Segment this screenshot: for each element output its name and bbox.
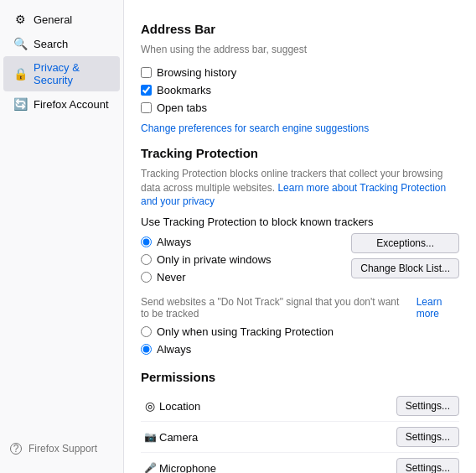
sidebar-item-account[interactable]: 🔄 Firefox Account	[3, 92, 120, 116]
support-icon: ?	[10, 443, 22, 455]
sidebar-label-general: General	[34, 13, 72, 26]
dnt-section: Send websites a "Do Not Track" signal th…	[141, 296, 459, 358]
tracking-buttons: Exceptions... Change Block List...	[351, 233, 459, 278]
sidebar-item-privacy[interactable]: 🔒 Privacy & Security	[3, 56, 120, 91]
bookmarks-label[interactable]: Bookmarks	[157, 84, 211, 96]
dnt-header: Send websites a "Do Not Track" signal th…	[141, 296, 459, 320]
search-icon: 🔍	[13, 37, 27, 50]
tracking-description: Tracking Protection blocks online tracke…	[141, 167, 459, 209]
tracking-options: Always Only in private windows Never Exc…	[141, 233, 459, 286]
location-icon: ◎	[141, 399, 159, 413]
dnt-always-row: Always	[141, 340, 459, 358]
open-tabs-row: Open tabs	[141, 99, 459, 117]
sidebar-label-privacy: Privacy & Security	[34, 61, 110, 86]
tracking-radios: Always Only in private windows Never	[141, 233, 341, 286]
dnt-always-label[interactable]: Always	[157, 343, 191, 356]
dnt-description: Send websites a "Do Not Track" signal th…	[141, 296, 408, 320]
permissions-section: Permissions ◎ Location Settings... 📷 Cam…	[141, 370, 459, 473]
open-tabs-checkbox[interactable]	[141, 102, 152, 113]
sidebar-label-account: Firefox Account	[34, 98, 109, 111]
tracking-never-label[interactable]: Never	[157, 271, 186, 283]
tracking-always-radio[interactable]	[141, 236, 152, 247]
tracking-section: Tracking Protection Tracking Protection …	[141, 146, 459, 286]
browsing-history-label[interactable]: Browsing history	[157, 66, 236, 79]
firefox-support-link[interactable]: ? Firefox Support	[0, 438, 124, 460]
tracking-use-label: Use Tracking Protection to block known t…	[141, 216, 459, 228]
dnt-tracking-label[interactable]: Only when using Tracking Protection	[157, 325, 334, 338]
location-settings-button[interactable]: Settings...	[396, 396, 459, 416]
tracking-title: Tracking Protection	[141, 146, 459, 160]
dnt-always-radio[interactable]	[141, 344, 152, 355]
camera-row: 📷 Camera Settings...	[141, 422, 459, 453]
lock-icon: 🔒	[13, 67, 27, 81]
bookmarks-row: Bookmarks	[141, 81, 459, 99]
addressbar-title: Address Bar	[141, 22, 459, 36]
permissions-title: Permissions	[141, 370, 459, 384]
gear-icon: ⚙	[13, 13, 27, 26]
microphone-row: 🎤 Microphone Settings...	[141, 453, 459, 473]
bookmarks-checkbox[interactable]	[141, 85, 152, 96]
sync-icon: 🔄	[13, 97, 27, 111]
camera-icon: 📷	[141, 431, 159, 443]
dnt-tracking-radio[interactable]	[141, 326, 152, 337]
location-label: Location	[159, 400, 396, 413]
sidebar-item-search[interactable]: 🔍 Search	[3, 32, 120, 55]
support-label: Firefox Support	[28, 443, 97, 455]
camera-settings-button[interactable]: Settings...	[396, 427, 459, 447]
microphone-settings-button[interactable]: Settings...	[396, 458, 459, 473]
exceptions-button[interactable]: Exceptions...	[351, 233, 459, 253]
sidebar-item-general[interactable]: ⚙ General	[3, 8, 120, 31]
microphone-icon: 🎤	[141, 462, 159, 473]
location-row: ◎ Location Settings...	[141, 391, 459, 422]
open-tabs-label[interactable]: Open tabs	[157, 101, 207, 114]
change-block-button[interactable]: Change Block List...	[351, 258, 459, 278]
tracking-private-label[interactable]: Only in private windows	[157, 253, 272, 266]
camera-label: Camera	[159, 431, 396, 444]
search-prefs-link[interactable]: Change preferences for search engine sug…	[141, 122, 369, 134]
tracking-always-row: Always	[141, 233, 341, 251]
dnt-tracking-row: Only when using Tracking Protection	[141, 323, 459, 340]
addressbar-section: Address Bar When using the address bar, …	[141, 22, 459, 134]
tracking-private-row: Only in private windows	[141, 251, 341, 268]
tracking-always-label[interactable]: Always	[157, 236, 191, 248]
tracking-never-row: Never	[141, 268, 341, 286]
microphone-label: Microphone	[159, 462, 396, 473]
browsing-history-row: Browsing history	[141, 64, 459, 81]
sidebar-label-search: Search	[34, 38, 68, 50]
addressbar-description: When using the address bar, suggest	[141, 43, 459, 57]
sidebar: ⚙ General 🔍 Search 🔒 Privacy & Security …	[0, 0, 124, 473]
main-content: Address Bar When using the address bar, …	[124, 0, 476, 473]
tracking-private-radio[interactable]	[141, 254, 152, 265]
browsing-history-checkbox[interactable]	[141, 67, 152, 78]
dnt-learn-more-link[interactable]: Learn more	[416, 296, 459, 320]
tracking-never-radio[interactable]	[141, 272, 152, 283]
